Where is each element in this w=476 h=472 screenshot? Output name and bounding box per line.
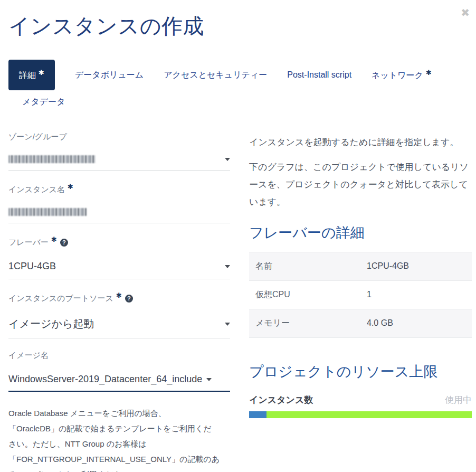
tab-metadata[interactable]: メタデータ [22, 91, 65, 113]
tab-network-label: ネットワーク [372, 71, 423, 80]
panel-quota-text: 下のグラフは、このプロジェクトで使用しているリソースを、プロジェクトのクォータと… [249, 158, 472, 211]
chevron-down-icon [225, 323, 230, 326]
flavor-select[interactable]: 1CPU-4GB [8, 261, 230, 279]
tab-bar: 詳細✱ データボリューム アクセスとセキュリティー Post-Install s… [8, 60, 468, 113]
zone-group-select[interactable] [8, 155, 230, 171]
required-asterisk: ✱ [426, 69, 432, 77]
help-icon[interactable]: ? [125, 295, 133, 303]
instance-count-row: インスタンス数 使用中 [249, 394, 472, 406]
instance-quota-progress-bar [249, 411, 472, 418]
vcpu-label: 仮想CPU [249, 280, 360, 309]
tab-post-install-script[interactable]: Post-Install script [287, 61, 351, 89]
flavor-details-table: 名前 1CPU-4GB 仮想CPU 1 メモリー 4.0 GB [249, 252, 472, 338]
instance-count-label: インスタンス数 [249, 394, 313, 406]
help-icon[interactable]: ? [60, 239, 68, 247]
flavor-name-label: 名前 [249, 252, 360, 280]
boot-source-label-text: インスタンスのブートソース [8, 294, 113, 303]
chevron-down-icon [225, 265, 230, 268]
flavor-field: フレーバー✱? 1CPU-4GB [8, 235, 230, 279]
instance-form: ゾーン/グループ インスタンス名✱ フレーバー✱? 1CPU-4GB [8, 132, 230, 472]
required-asterisk: ✱ [39, 69, 44, 77]
create-instance-dialog: ✖ インスタンスの作成 詳細✱ データボリューム アクセスとセキュリティー Po… [0, 12, 476, 472]
image-help-note: Oracle Database メニューをご利用の場合、 「OracleDB」の… [8, 405, 230, 472]
quota-used-segment [249, 411, 266, 418]
memory-label: メモリー [249, 309, 360, 337]
chevron-down-icon [225, 158, 230, 161]
tab-access-security[interactable]: アクセスとセキュリティー [164, 61, 267, 90]
memory-value: 4.0 GB [360, 309, 472, 337]
image-name-label: イメージ名 [8, 351, 230, 361]
table-row: 仮想CPU 1 [249, 280, 472, 309]
boot-source-label: インスタンスのブートソース✱? [8, 291, 230, 304]
close-icon[interactable]: ✖ [461, 7, 470, 18]
flavor-label-text: フレーバー [8, 238, 49, 247]
panel-intro-text: インスタンスを起動するために詳細を指定します。 [249, 135, 472, 149]
zone-group-field: ゾーン/グループ [8, 132, 230, 171]
instance-name-label-text: インスタンス名 [8, 185, 65, 194]
required-asterisk: ✱ [51, 235, 57, 243]
page-title: インスタンスの作成 [8, 12, 468, 41]
instance-name-label: インスタンス名✱ [8, 183, 230, 195]
flavor-name-value: 1CPU-4GB [360, 252, 472, 280]
tab-details[interactable]: 詳細✱ [8, 60, 55, 90]
flavor-label: フレーバー✱? [8, 235, 230, 248]
zone-group-label: ゾーン/グループ [8, 132, 230, 142]
required-asterisk: ✱ [68, 183, 73, 191]
table-row: 名前 1CPU-4GB [249, 252, 472, 280]
instance-name-field: インスタンス名✱ [8, 183, 230, 223]
help-panel: インスタンスを起動するために詳細を指定します。 下のグラフは、このプロジェクトで… [249, 132, 472, 472]
flavor-value: 1CPU-4GB [8, 261, 56, 272]
instance-name-input[interactable] [8, 208, 230, 223]
project-limits-heading: プロジェクトのリソース上限 [249, 362, 472, 381]
vcpu-value: 1 [360, 280, 472, 309]
boot-source-value: イメージから起動 [8, 317, 94, 331]
table-row: メモリー 4.0 GB [249, 309, 472, 337]
instance-name-value-redacted [8, 208, 87, 216]
image-name-value: WindowsServer-2019_Datacenter_64_include [8, 374, 202, 385]
tab-data-volume[interactable]: データボリューム [75, 61, 144, 90]
required-asterisk: ✱ [116, 291, 122, 299]
flavor-details-heading: フレーバーの詳細 [249, 223, 472, 242]
image-name-field: イメージ名 WindowsServer-2019_Datacenter_64_i… [8, 351, 230, 392]
tab-network[interactable]: ネットワーク✱ [372, 60, 432, 90]
image-name-select[interactable]: WindowsServer-2019_Datacenter_64_include [8, 374, 230, 392]
zone-group-value-redacted [8, 155, 96, 163]
boot-source-field: インスタンスのブートソース✱? イメージから起動 [8, 291, 230, 338]
tab-details-label: 詳細 [19, 71, 36, 80]
chevron-down-icon [206, 378, 212, 381]
in-use-label: 使用中 [445, 394, 472, 406]
boot-source-select[interactable]: イメージから起動 [8, 317, 230, 338]
